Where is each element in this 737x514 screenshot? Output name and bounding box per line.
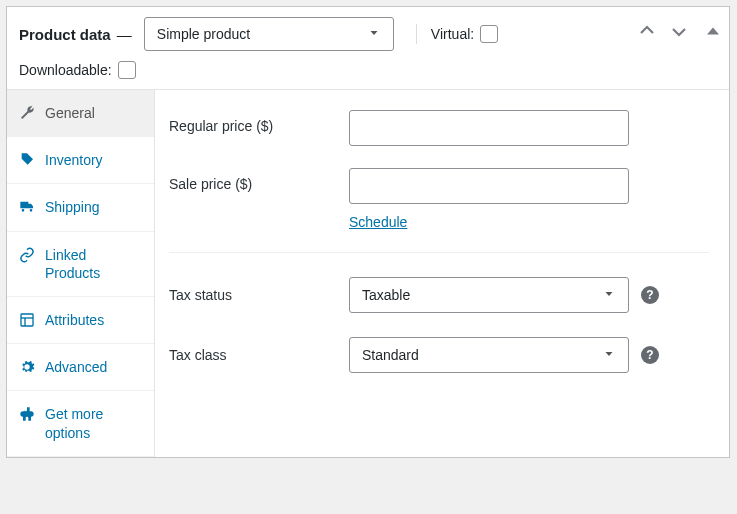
- tab-advanced[interactable]: Advanced: [7, 344, 154, 391]
- plugin-icon: [19, 406, 35, 422]
- sidebar: General Inventory Shipping Linked Produc…: [7, 90, 155, 457]
- truck-icon: [19, 199, 35, 215]
- toggle-panel-button[interactable]: [707, 25, 719, 37]
- tab-linked-products[interactable]: Linked Products: [7, 232, 154, 297]
- sale-price-row: Sale price ($) Schedule: [169, 168, 709, 230]
- panel-title: Product data —: [19, 26, 138, 43]
- panel-header: Product data — Simple product Virtual: D…: [7, 7, 729, 90]
- regular-price-input[interactable]: [349, 110, 629, 146]
- chevron-down-icon: [367, 26, 381, 43]
- virtual-label: Virtual:: [431, 26, 474, 42]
- link-icon: [19, 247, 35, 263]
- tag-icon: [19, 152, 35, 168]
- tab-label: Shipping: [45, 198, 142, 216]
- downloadable-label: Downloadable:: [19, 62, 112, 78]
- tab-label: Attributes: [45, 311, 142, 329]
- gear-icon: [19, 359, 35, 375]
- panel-controls: [637, 21, 719, 41]
- tax-status-row: Tax status Taxable ?: [169, 277, 709, 313]
- move-down-button[interactable]: [669, 21, 689, 41]
- sale-price-input[interactable]: [349, 168, 629, 204]
- tax-status-help[interactable]: ?: [641, 286, 659, 304]
- layout-icon: [19, 312, 35, 328]
- virtual-checkbox-wrap[interactable]: Virtual:: [431, 25, 498, 43]
- regular-price-label: Regular price ($): [169, 110, 349, 134]
- tab-label: Inventory: [45, 151, 142, 169]
- chevron-down-icon: [602, 347, 616, 364]
- tab-shipping[interactable]: Shipping: [7, 184, 154, 231]
- virtual-checkbox[interactable]: [480, 25, 498, 43]
- product-type-value: Simple product: [157, 26, 250, 42]
- wrench-icon: [19, 105, 35, 121]
- tab-label: Advanced: [45, 358, 142, 376]
- product-type-select[interactable]: Simple product: [144, 17, 394, 51]
- tax-status-select[interactable]: Taxable: [349, 277, 629, 313]
- regular-price-row: Regular price ($): [169, 110, 709, 146]
- tab-label: General: [45, 104, 142, 122]
- tab-inventory[interactable]: Inventory: [7, 137, 154, 184]
- separator: [169, 252, 709, 253]
- tab-label: Get more options: [45, 405, 142, 441]
- tab-attributes[interactable]: Attributes: [7, 297, 154, 344]
- svg-rect-0: [21, 314, 33, 326]
- chevron-down-icon: [602, 287, 616, 304]
- tax-status-value: Taxable: [362, 287, 410, 303]
- downloadable-checkbox-wrap[interactable]: Downloadable:: [19, 61, 703, 79]
- downloadable-checkbox[interactable]: [118, 61, 136, 79]
- product-data-panel: Product data — Simple product Virtual: D…: [6, 6, 730, 458]
- schedule-link[interactable]: Schedule: [349, 214, 407, 230]
- content-area: Regular price ($) Sale price ($) Schedul…: [155, 90, 729, 457]
- tax-class-value: Standard: [362, 347, 419, 363]
- panel-body: General Inventory Shipping Linked Produc…: [7, 90, 729, 457]
- tax-class-select[interactable]: Standard: [349, 337, 629, 373]
- sale-price-label: Sale price ($): [169, 168, 349, 192]
- tax-class-row: Tax class Standard ?: [169, 337, 709, 373]
- tab-get-more-options[interactable]: Get more options: [7, 391, 154, 456]
- tax-class-help[interactable]: ?: [641, 346, 659, 364]
- tax-status-label: Tax status: [169, 287, 349, 303]
- tab-label: Linked Products: [45, 246, 142, 282]
- tab-general[interactable]: General: [7, 90, 154, 137]
- tax-class-label: Tax class: [169, 347, 349, 363]
- move-up-button[interactable]: [637, 21, 657, 41]
- divider: [416, 24, 417, 44]
